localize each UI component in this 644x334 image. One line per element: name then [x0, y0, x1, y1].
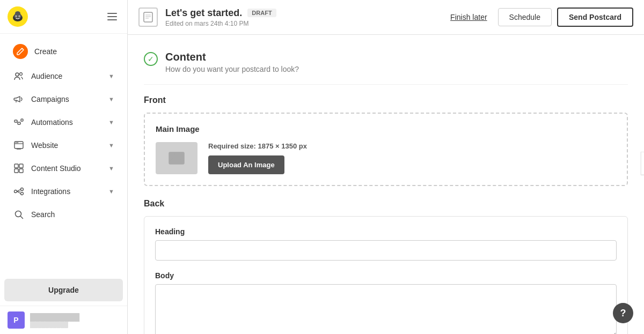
- section-title: Content: [165, 51, 299, 63]
- document-icon: [138, 8, 158, 27]
- draft-badge: Draft: [247, 9, 276, 17]
- sidebar-item-integrations[interactable]: Integrations ▼: [4, 180, 123, 203]
- section-subtitle: How do you want your postcard to look?: [165, 65, 299, 73]
- sidebar-item-website[interactable]: Website ▼: [4, 134, 123, 157]
- image-upload-area: Required size: 1875 × 1350 px Upload An …: [208, 142, 307, 174]
- body-textarea[interactable]: [155, 284, 617, 334]
- svg-point-25: [21, 188, 24, 191]
- back-card: Heading Body: [144, 216, 628, 334]
- chevron-down-icon: ▼: [108, 73, 114, 79]
- svg-rect-14: [21, 119, 23, 121]
- sidebar-item-campaigns[interactable]: Campaigns ▼: [4, 88, 123, 110]
- required-size-text: Required size: 1875 × 1350 px: [208, 142, 307, 150]
- website-icon: [13, 139, 25, 151]
- front-card: Main Image Required size:: [144, 113, 628, 186]
- sidebar-nav: Create Audience ▼: [0, 34, 127, 274]
- search-icon: [13, 209, 25, 220]
- main-image-label: Main Image: [156, 124, 616, 133]
- people-icon: [13, 70, 25, 82]
- sidebar-item-website-label: Website: [31, 141, 102, 150]
- svg-rect-22: [14, 169, 18, 173]
- main-image-area: Required size: 1875 × 1350 px Upload An …: [156, 142, 616, 174]
- chevron-down-icon: ▼: [108, 142, 114, 149]
- sidebar: Create Audience ▼: [0, 0, 128, 334]
- form-area: Front Main Image R: [144, 85, 628, 334]
- sidebar-item-integrations-label: Integrations: [31, 187, 102, 196]
- sidebar-item-campaigns-label: Campaigns: [31, 95, 102, 103]
- user-sub: ██████████: [30, 321, 79, 328]
- sidebar-item-create-label: Create: [34, 47, 114, 56]
- content-section-header: ✓ Content How do you want your postcard …: [144, 46, 628, 85]
- topbar-actions: Finish later Schedule Send Postcard: [445, 8, 633, 27]
- svg-rect-32: [169, 152, 184, 164]
- megaphone-icon: [13, 93, 25, 105]
- svg-point-33: [173, 155, 175, 158]
- avatar: P: [8, 311, 25, 329]
- sidebar-item-automations[interactable]: Automations ▼: [4, 111, 123, 133]
- svg-point-10: [16, 73, 19, 76]
- section-check-icon: ✓: [144, 52, 158, 66]
- sidebar-item-automations-label: Automations: [31, 118, 102, 127]
- integrations-icon: [13, 185, 25, 197]
- finish-later-button[interactable]: Finish later: [445, 10, 492, 25]
- schedule-button[interactable]: Schedule: [498, 8, 552, 26]
- upgrade-label: Upgrade: [48, 286, 79, 294]
- svg-point-17: [17, 142, 18, 143]
- sidebar-item-audience[interactable]: Audience ▼: [4, 65, 123, 87]
- send-postcard-button[interactable]: Send Postcard: [557, 8, 633, 27]
- automations-icon: [13, 116, 25, 128]
- sidebar-item-audience-label: Audience: [31, 72, 102, 80]
- back-label: Back: [144, 199, 628, 209]
- chevron-down-icon: ▼: [108, 165, 114, 172]
- svg-point-24: [14, 190, 17, 193]
- chevron-down-icon: ▼: [108, 96, 114, 102]
- user-info: ██████████ ██████████: [30, 313, 79, 328]
- page-body: ✓ Content How do you want your postcard …: [128, 35, 644, 334]
- body-label: Body: [155, 271, 617, 280]
- svg-rect-23: [19, 169, 23, 173]
- pencil-icon: [13, 44, 28, 59]
- upload-image-button[interactable]: Upload An Image: [208, 155, 284, 174]
- page-title: Let's get started. Draft: [165, 8, 437, 19]
- chevron-down-icon: ▼: [108, 119, 114, 125]
- sidebar-item-create[interactable]: Create: [4, 39, 123, 64]
- upgrade-button[interactable]: Upgrade: [4, 279, 123, 301]
- svg-point-11: [20, 73, 23, 76]
- svg-point-16: [16, 142, 17, 143]
- heading-label: Heading: [155, 227, 617, 236]
- svg-point-27: [16, 211, 21, 217]
- svg-rect-12: [14, 120, 17, 122]
- mailchimp-logo[interactable]: [8, 6, 28, 27]
- content-studio-icon: [13, 162, 25, 174]
- svg-rect-21: [19, 164, 23, 168]
- sidebar-item-content-studio-label: Content Studio: [31, 164, 102, 173]
- sidebar-item-search-label: Search: [31, 210, 114, 219]
- svg-point-26: [21, 192, 24, 195]
- topbar-title-section: Let's get started. Draft Edited on mars …: [165, 8, 437, 27]
- image-placeholder: [156, 142, 197, 174]
- topbar: Let's get started. Draft Edited on mars …: [128, 0, 644, 35]
- svg-point-5: [19, 16, 19, 16]
- svg-rect-7: [107, 13, 117, 14]
- user-name: ██████████: [30, 313, 79, 321]
- content-section: ✓ Content How do you want your postcard …: [128, 35, 644, 334]
- svg-rect-28: [144, 12, 152, 22]
- heading-input[interactable]: [155, 240, 617, 261]
- sidebar-toggle-button[interactable]: [105, 9, 120, 24]
- sidebar-item-content-studio[interactable]: Content Studio ▼: [4, 157, 123, 180]
- sidebar-item-search[interactable]: Search: [4, 203, 123, 226]
- edit-timestamp: Edited on mars 24th 4:10 PM: [165, 20, 437, 27]
- main-content: Let's get started. Draft Edited on mars …: [128, 0, 644, 334]
- front-label: Front: [144, 95, 628, 105]
- chevron-down-icon: ▼: [108, 188, 114, 195]
- help-button[interactable]: ?: [613, 303, 633, 323]
- svg-rect-20: [14, 164, 18, 168]
- svg-rect-9: [107, 19, 117, 20]
- svg-rect-8: [107, 16, 117, 17]
- feedback-tab[interactable]: Feedback: [640, 151, 644, 175]
- svg-point-6: [15, 11, 20, 16]
- user-profile-area: P ██████████ ██████████: [0, 306, 127, 334]
- section-header-text: Content How do you want your postcard to…: [165, 51, 299, 73]
- svg-rect-13: [18, 122, 20, 124]
- svg-point-4: [16, 16, 16, 16]
